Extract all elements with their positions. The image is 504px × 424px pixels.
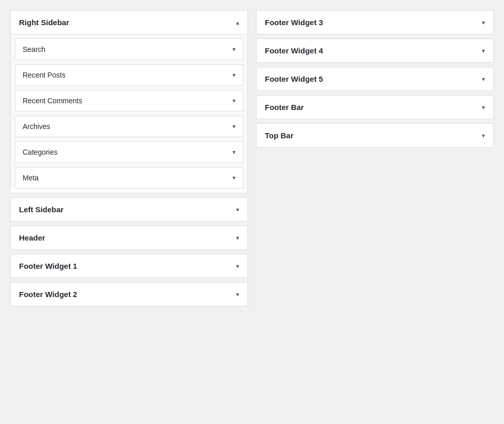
- footer-widget-4-title: Footer Widget 4: [265, 46, 323, 55]
- widget-meta[interactable]: Meta ▾: [15, 167, 243, 189]
- widget-search[interactable]: Search ▾: [15, 39, 243, 60]
- widget-recent-comments[interactable]: Recent Comments ▾: [15, 90, 243, 112]
- footer-bar-title: Footer Bar: [265, 103, 304, 112]
- footer-bar-chevron: ▾: [482, 104, 485, 111]
- widget-recent-posts-chevron: ▾: [232, 71, 236, 79]
- widget-recent-posts[interactable]: Recent Posts ▾: [15, 64, 243, 86]
- top-bar-title: Top Bar: [265, 131, 294, 140]
- footer-bar-panel[interactable]: Footer Bar ▾: [256, 95, 494, 119]
- widget-meta-chevron: ▾: [232, 174, 236, 181]
- left-column: Right Sidebar ▴ Search ▾ Recent Posts ▾ …: [10, 10, 248, 310]
- right-sidebar-header[interactable]: Right Sidebar ▴: [11, 11, 247, 34]
- widget-search-label: Search: [23, 45, 45, 53]
- widget-search-chevron: ▾: [232, 46, 236, 53]
- footer-widget-2-title: Footer Widget 2: [19, 290, 77, 299]
- right-sidebar-chevron-up: ▴: [236, 19, 239, 26]
- header-panel: Header ▾: [10, 226, 248, 250]
- left-sidebar-header[interactable]: Left Sidebar ▾: [11, 198, 247, 221]
- header-section-title: Header: [19, 233, 45, 242]
- top-bar-panel[interactable]: Top Bar ▾: [256, 123, 494, 148]
- footer-widget-5-chevron: ▾: [482, 76, 485, 83]
- widget-archives-label: Archives: [23, 122, 50, 131]
- header-section-header[interactable]: Header ▾: [11, 226, 247, 249]
- footer-widget-5-title: Footer Widget 5: [265, 75, 323, 83]
- footer-widget-5-panel[interactable]: Footer Widget 5 ▾: [256, 67, 494, 91]
- footer-widget-2-chevron: ▾: [236, 291, 239, 298]
- right-column: Footer Widget 3 ▾ Footer Widget 4 ▾ Foot…: [256, 10, 494, 310]
- widget-recent-comments-chevron: ▾: [232, 97, 236, 104]
- footer-widget-1-chevron: ▾: [236, 263, 239, 270]
- top-bar-chevron: ▾: [482, 132, 485, 139]
- left-sidebar-chevron: ▾: [236, 206, 239, 213]
- widget-categories-label: Categories: [23, 148, 58, 156]
- widget-archives[interactable]: Archives ▾: [15, 116, 243, 137]
- page-container: Right Sidebar ▴ Search ▾ Recent Posts ▾ …: [0, 0, 504, 321]
- footer-widget-3-chevron: ▾: [482, 19, 485, 26]
- footer-widget-1-header[interactable]: Footer Widget 1 ▾: [11, 254, 247, 278]
- footer-widget-2-panel: Footer Widget 2 ▾: [10, 282, 248, 306]
- left-sidebar-title: Left Sidebar: [19, 205, 64, 214]
- footer-widget-3-title: Footer Widget 3: [265, 18, 323, 27]
- footer-widget-4-panel[interactable]: Footer Widget 4 ▾: [256, 39, 494, 63]
- widget-recent-comments-label: Recent Comments: [23, 97, 82, 105]
- right-sidebar-title: Right Sidebar: [19, 18, 69, 27]
- widget-recent-posts-label: Recent Posts: [23, 71, 65, 79]
- footer-widget-3-panel[interactable]: Footer Widget 3 ▾: [256, 10, 494, 34]
- footer-widget-1-panel: Footer Widget 1 ▾: [10, 254, 248, 278]
- widget-categories-chevron: ▾: [232, 149, 236, 156]
- widget-archives-chevron: ▾: [232, 123, 236, 130]
- footer-widget-4-chevron: ▾: [482, 47, 485, 54]
- footer-widget-1-title: Footer Widget 1: [19, 262, 77, 270]
- footer-widget-2-header[interactable]: Footer Widget 2 ▾: [11, 283, 247, 306]
- left-sidebar-panel: Left Sidebar ▾: [10, 197, 248, 222]
- widget-categories[interactable]: Categories ▾: [15, 141, 243, 163]
- right-sidebar-content: Search ▾ Recent Posts ▾ Recent Comments …: [11, 34, 247, 189]
- right-sidebar-panel: Right Sidebar ▴ Search ▾ Recent Posts ▾ …: [10, 10, 248, 193]
- header-section-chevron: ▾: [236, 234, 239, 242]
- widget-meta-label: Meta: [23, 174, 39, 182]
